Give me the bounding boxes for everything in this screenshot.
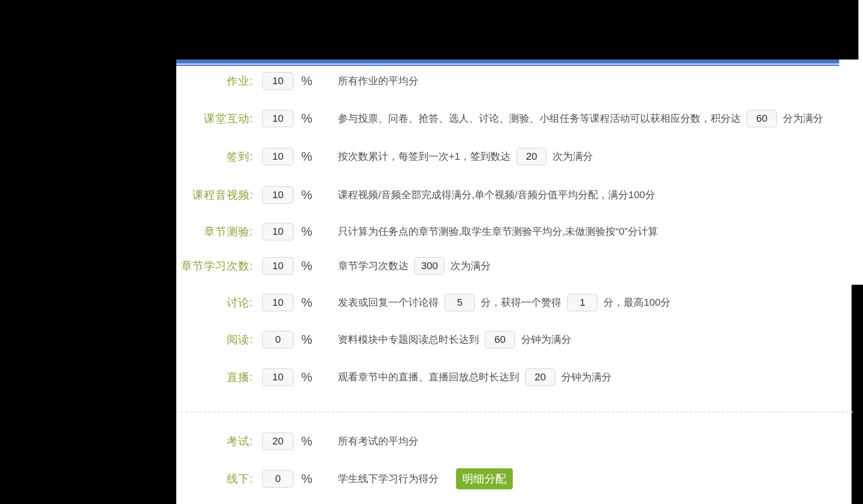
percent-input-live[interactable]	[262, 369, 293, 386]
masked-region-right	[852, 285, 863, 504]
row-label-class-interaction: 课堂互动:	[174, 111, 253, 126]
percent-input-homework[interactable]	[262, 72, 293, 90]
weight-row-chapter-quiz: 章节测验:%只计算为任务点的章节测验,取学生章节测验平均分,未做测验按“0”分计…	[174, 222, 658, 241]
percent-input-reading[interactable]	[262, 331, 293, 348]
desc-text: 所有作业的平均分	[338, 74, 418, 88]
row-description-exam: 所有考试的平均分	[338, 434, 418, 448]
percent-sign: %	[301, 370, 312, 385]
row-label-course-av: 课程音视频:	[174, 188, 253, 202]
desc-text: 次为满分	[553, 150, 593, 163]
row-description-sign-in: 按次数累计，每签到一次+1，签到数达次为满分	[338, 148, 593, 165]
percent-input-chapter-quiz[interactable]	[262, 223, 293, 240]
row-label-offline: 线下:	[174, 471, 253, 486]
desc-text: 学生线下学习行为得分	[338, 472, 439, 486]
percent-input-sign-in[interactable]	[262, 148, 293, 165]
row-label-reading: 阅读:	[174, 332, 253, 347]
row-label-exam: 考试:	[174, 434, 253, 449]
desc-text: 只计算为任务点的章节测验,取学生章节测验平均分,未做测验按“0”分计算	[338, 225, 658, 238]
desc-text: 发表或回复一个讨论得	[338, 296, 439, 309]
weight-row-class-interaction: 课堂互动:%参与投票、问卷、抢答、选人、讨论、测验、小组任务等课程活动可以获相应…	[174, 109, 823, 128]
percent-sign: %	[301, 150, 312, 164]
desc-text: 观看章节中的直播、直播回放总时长达到	[338, 370, 519, 384]
desc-text: 分，获得一个赞得	[481, 296, 561, 309]
percent-input-course-av[interactable]	[262, 186, 293, 204]
threshold-input-class-interaction[interactable]	[747, 110, 777, 127]
threshold-input-discussion[interactable]	[445, 294, 475, 311]
weight-row-homework: 作业:%所有作业的平均分	[174, 72, 418, 90]
weight-row-chapter-visits: 章节学习次数:%章节学习次数达次为满分	[174, 257, 491, 275]
weight-row-sign-in: 签到:%按次数累计，每签到一次+1，签到数达次为满分	[174, 147, 593, 166]
desc-text: 所有考试的平均分	[338, 434, 418, 448]
percent-sign: %	[301, 333, 312, 347]
weight-row-discussion: 讨论:%发表或回复一个讨论得分，获得一个赞得分，最高100分	[174, 293, 671, 312]
percent-sign: %	[301, 188, 312, 202]
grade-weight-settings-page: 作业:%所有作业的平均分课堂互动:%参与投票、问卷、抢答、选人、讨论、测验、小组…	[0, 0, 863, 504]
row-description-homework: 所有作业的平均分	[338, 74, 418, 88]
threshold-input-live[interactable]	[525, 369, 555, 386]
row-description-course-av: 课程视频/音频全部完成得满分,单个视频/音频分值平均分配，满分100分	[338, 188, 655, 202]
row-description-discussion: 发表或回复一个讨论得分，获得一个赞得分，最高100分	[338, 294, 671, 311]
row-description-offline: 学生线下学习行为得分明细分配	[338, 468, 513, 489]
weight-row-course-av: 课程音视频:%课程视频/音频全部完成得满分,单个视频/音频分值平均分配，满分10…	[174, 186, 655, 204]
desc-text: 章节学习次数达	[338, 259, 408, 273]
row-label-sign-in: 签到:	[174, 149, 253, 164]
row-description-chapter-quiz: 只计算为任务点的章节测验,取学生章节测验平均分,未做测验按“0”分计算	[338, 225, 658, 238]
percent-sign: %	[301, 225, 312, 239]
detail-allocation-button[interactable]: 明细分配	[456, 468, 513, 489]
percent-input-offline[interactable]	[262, 470, 293, 488]
row-label-discussion: 讨论:	[174, 295, 253, 310]
desc-text: 分钟为满分	[561, 370, 612, 384]
row-label-live: 直播:	[174, 370, 253, 385]
row-label-chapter-visits: 章节学习次数:	[174, 259, 253, 273]
desc-text: 分为满分	[783, 112, 823, 125]
percent-input-chapter-visits[interactable]	[262, 257, 293, 275]
row-label-chapter-quiz: 章节测验:	[174, 224, 253, 239]
desc-text: 分钟为满分	[521, 333, 571, 347]
percent-sign: %	[301, 472, 312, 486]
desc-text: 参与投票、问卷、抢答、选人、讨论、测验、小组任务等课程活动可以获相应分数，积分达	[338, 112, 741, 125]
percent-sign: %	[301, 434, 312, 449]
weight-row-offline: 线下:%学生线下学习行为得分明细分配	[174, 470, 513, 488]
row-description-live: 观看章节中的直播、直播回放总时长达到分钟为满分	[338, 369, 612, 386]
row-description-chapter-visits: 章节学习次数达次为满分	[338, 257, 491, 275]
masked-region-top	[0, 0, 858, 60]
row-label-homework: 作业:	[174, 74, 253, 88]
desc-text: 次为满分	[450, 259, 491, 273]
percent-input-class-interaction[interactable]	[262, 110, 293, 127]
percent-input-exam[interactable]	[262, 433, 293, 450]
threshold-input-chapter-visits[interactable]	[414, 257, 445, 275]
percent-sign: %	[301, 112, 312, 126]
threshold-input-discussion[interactable]	[567, 294, 597, 311]
masked-region-left	[0, 60, 176, 504]
desc-text: 课程视频/音频全部完成得满分,单个视频/音频分值平均分配，满分100分	[338, 188, 655, 202]
desc-text: 分，最高100分	[603, 296, 671, 309]
percent-sign: %	[301, 259, 312, 273]
percent-sign: %	[301, 296, 312, 310]
row-description-class-interaction: 参与投票、问卷、抢答、选人、讨论、测验、小组任务等课程活动可以获相应分数，积分达…	[338, 110, 823, 127]
section-divider	[176, 412, 853, 412]
desc-text: 按次数累计，每签到一次+1，签到数达	[338, 150, 510, 163]
threshold-input-reading[interactable]	[485, 331, 515, 348]
threshold-input-sign-in[interactable]	[516, 148, 547, 165]
percent-sign: %	[301, 74, 312, 88]
weight-row-live: 直播:%观看章节中的直播、直播回放总时长达到分钟为满分	[174, 368, 612, 386]
desc-text: 资料模块中专题阅读总时长达到	[338, 333, 479, 347]
row-description-reading: 资料模块中专题阅读总时长达到分钟为满分	[338, 331, 571, 348]
percent-input-discussion[interactable]	[262, 294, 293, 311]
weight-row-exam: 考试:%所有考试的平均分	[174, 432, 418, 450]
weight-row-reading: 阅读:%资料模块中专题阅读总时长达到分钟为满分	[174, 331, 571, 349]
